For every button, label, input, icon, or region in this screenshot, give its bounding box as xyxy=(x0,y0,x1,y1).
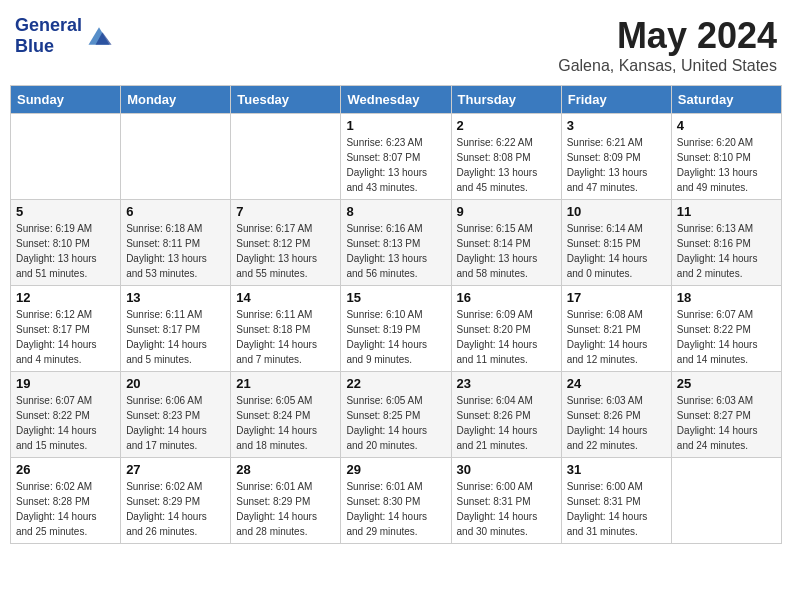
day-info: Sunrise: 6:20 AMSunset: 8:10 PMDaylight:… xyxy=(677,135,776,195)
calendar-cell: 20Sunrise: 6:06 AMSunset: 8:23 PMDayligh… xyxy=(121,372,231,458)
day-number: 4 xyxy=(677,118,776,133)
calendar-week-row: 5Sunrise: 6:19 AMSunset: 8:10 PMDaylight… xyxy=(11,200,782,286)
calendar-cell: 31Sunrise: 6:00 AMSunset: 8:31 PMDayligh… xyxy=(561,458,671,544)
day-info: Sunrise: 6:01 AMSunset: 8:30 PMDaylight:… xyxy=(346,479,445,539)
weekday-header-cell: Thursday xyxy=(451,86,561,114)
day-number: 21 xyxy=(236,376,335,391)
calendar-cell: 1Sunrise: 6:23 AMSunset: 8:07 PMDaylight… xyxy=(341,114,451,200)
day-number: 3 xyxy=(567,118,666,133)
calendar-cell: 5Sunrise: 6:19 AMSunset: 8:10 PMDaylight… xyxy=(11,200,121,286)
calendar-cell: 27Sunrise: 6:02 AMSunset: 8:29 PMDayligh… xyxy=(121,458,231,544)
weekday-header-row: SundayMondayTuesdayWednesdayThursdayFrid… xyxy=(11,86,782,114)
day-number: 1 xyxy=(346,118,445,133)
calendar-cell: 12Sunrise: 6:12 AMSunset: 8:17 PMDayligh… xyxy=(11,286,121,372)
day-info: Sunrise: 6:11 AMSunset: 8:17 PMDaylight:… xyxy=(126,307,225,367)
day-number: 28 xyxy=(236,462,335,477)
calendar-body: 1Sunrise: 6:23 AMSunset: 8:07 PMDaylight… xyxy=(11,114,782,544)
calendar-cell: 23Sunrise: 6:04 AMSunset: 8:26 PMDayligh… xyxy=(451,372,561,458)
weekday-header-cell: Sunday xyxy=(11,86,121,114)
calendar-cell: 8Sunrise: 6:16 AMSunset: 8:13 PMDaylight… xyxy=(341,200,451,286)
day-info: Sunrise: 6:02 AMSunset: 8:29 PMDaylight:… xyxy=(126,479,225,539)
day-number: 6 xyxy=(126,204,225,219)
weekday-header-cell: Friday xyxy=(561,86,671,114)
day-number: 25 xyxy=(677,376,776,391)
calendar-week-row: 1Sunrise: 6:23 AMSunset: 8:07 PMDaylight… xyxy=(11,114,782,200)
day-number: 19 xyxy=(16,376,115,391)
day-info: Sunrise: 6:08 AMSunset: 8:21 PMDaylight:… xyxy=(567,307,666,367)
day-info: Sunrise: 6:06 AMSunset: 8:23 PMDaylight:… xyxy=(126,393,225,453)
day-number: 22 xyxy=(346,376,445,391)
calendar-cell xyxy=(121,114,231,200)
day-info: Sunrise: 6:05 AMSunset: 8:24 PMDaylight:… xyxy=(236,393,335,453)
calendar-cell xyxy=(11,114,121,200)
calendar-week-row: 19Sunrise: 6:07 AMSunset: 8:22 PMDayligh… xyxy=(11,372,782,458)
day-info: Sunrise: 6:07 AMSunset: 8:22 PMDaylight:… xyxy=(677,307,776,367)
calendar-week-row: 12Sunrise: 6:12 AMSunset: 8:17 PMDayligh… xyxy=(11,286,782,372)
day-number: 11 xyxy=(677,204,776,219)
day-info: Sunrise: 6:14 AMSunset: 8:15 PMDaylight:… xyxy=(567,221,666,281)
day-info: Sunrise: 6:03 AMSunset: 8:27 PMDaylight:… xyxy=(677,393,776,453)
weekday-header-cell: Wednesday xyxy=(341,86,451,114)
day-info: Sunrise: 6:00 AMSunset: 8:31 PMDaylight:… xyxy=(457,479,556,539)
day-info: Sunrise: 6:01 AMSunset: 8:29 PMDaylight:… xyxy=(236,479,335,539)
day-number: 18 xyxy=(677,290,776,305)
calendar-cell: 15Sunrise: 6:10 AMSunset: 8:19 PMDayligh… xyxy=(341,286,451,372)
day-number: 10 xyxy=(567,204,666,219)
calendar-cell: 22Sunrise: 6:05 AMSunset: 8:25 PMDayligh… xyxy=(341,372,451,458)
calendar-cell: 10Sunrise: 6:14 AMSunset: 8:15 PMDayligh… xyxy=(561,200,671,286)
day-info: Sunrise: 6:09 AMSunset: 8:20 PMDaylight:… xyxy=(457,307,556,367)
calendar-cell: 30Sunrise: 6:00 AMSunset: 8:31 PMDayligh… xyxy=(451,458,561,544)
day-number: 2 xyxy=(457,118,556,133)
calendar-cell: 3Sunrise: 6:21 AMSunset: 8:09 PMDaylight… xyxy=(561,114,671,200)
calendar-cell: 21Sunrise: 6:05 AMSunset: 8:24 PMDayligh… xyxy=(231,372,341,458)
day-number: 31 xyxy=(567,462,666,477)
calendar-cell: 29Sunrise: 6:01 AMSunset: 8:30 PMDayligh… xyxy=(341,458,451,544)
calendar-cell: 24Sunrise: 6:03 AMSunset: 8:26 PMDayligh… xyxy=(561,372,671,458)
weekday-header-cell: Monday xyxy=(121,86,231,114)
calendar-cell: 13Sunrise: 6:11 AMSunset: 8:17 PMDayligh… xyxy=(121,286,231,372)
day-info: Sunrise: 6:22 AMSunset: 8:08 PMDaylight:… xyxy=(457,135,556,195)
month-title: May 2024 xyxy=(558,15,777,57)
day-number: 8 xyxy=(346,204,445,219)
day-number: 14 xyxy=(236,290,335,305)
day-info: Sunrise: 6:12 AMSunset: 8:17 PMDaylight:… xyxy=(16,307,115,367)
day-number: 13 xyxy=(126,290,225,305)
day-info: Sunrise: 6:00 AMSunset: 8:31 PMDaylight:… xyxy=(567,479,666,539)
day-number: 27 xyxy=(126,462,225,477)
day-info: Sunrise: 6:03 AMSunset: 8:26 PMDaylight:… xyxy=(567,393,666,453)
calendar-cell: 4Sunrise: 6:20 AMSunset: 8:10 PMDaylight… xyxy=(671,114,781,200)
calendar-cell: 2Sunrise: 6:22 AMSunset: 8:08 PMDaylight… xyxy=(451,114,561,200)
calendar-cell: 14Sunrise: 6:11 AMSunset: 8:18 PMDayligh… xyxy=(231,286,341,372)
day-number: 24 xyxy=(567,376,666,391)
day-number: 9 xyxy=(457,204,556,219)
calendar-cell: 6Sunrise: 6:18 AMSunset: 8:11 PMDaylight… xyxy=(121,200,231,286)
calendar-cell xyxy=(231,114,341,200)
logo-line2: Blue xyxy=(15,36,54,56)
calendar-cell: 7Sunrise: 6:17 AMSunset: 8:12 PMDaylight… xyxy=(231,200,341,286)
header: General Blue May 2024 Galena, Kansas, Un… xyxy=(10,10,782,75)
logo-line1: General xyxy=(15,15,82,35)
title-block: May 2024 Galena, Kansas, United States xyxy=(558,15,777,75)
calendar-cell: 11Sunrise: 6:13 AMSunset: 8:16 PMDayligh… xyxy=(671,200,781,286)
day-info: Sunrise: 6:07 AMSunset: 8:22 PMDaylight:… xyxy=(16,393,115,453)
day-info: Sunrise: 6:16 AMSunset: 8:13 PMDaylight:… xyxy=(346,221,445,281)
calendar-week-row: 26Sunrise: 6:02 AMSunset: 8:28 PMDayligh… xyxy=(11,458,782,544)
day-number: 12 xyxy=(16,290,115,305)
day-info: Sunrise: 6:10 AMSunset: 8:19 PMDaylight:… xyxy=(346,307,445,367)
calendar-cell: 19Sunrise: 6:07 AMSunset: 8:22 PMDayligh… xyxy=(11,372,121,458)
calendar-cell: 18Sunrise: 6:07 AMSunset: 8:22 PMDayligh… xyxy=(671,286,781,372)
calendar-cell: 26Sunrise: 6:02 AMSunset: 8:28 PMDayligh… xyxy=(11,458,121,544)
day-number: 26 xyxy=(16,462,115,477)
day-number: 7 xyxy=(236,204,335,219)
day-info: Sunrise: 6:05 AMSunset: 8:25 PMDaylight:… xyxy=(346,393,445,453)
day-number: 5 xyxy=(16,204,115,219)
calendar-cell: 9Sunrise: 6:15 AMSunset: 8:14 PMDaylight… xyxy=(451,200,561,286)
day-number: 15 xyxy=(346,290,445,305)
logo-icon xyxy=(85,22,113,50)
day-info: Sunrise: 6:15 AMSunset: 8:14 PMDaylight:… xyxy=(457,221,556,281)
calendar-cell: 28Sunrise: 6:01 AMSunset: 8:29 PMDayligh… xyxy=(231,458,341,544)
location-title: Galena, Kansas, United States xyxy=(558,57,777,75)
day-info: Sunrise: 6:17 AMSunset: 8:12 PMDaylight:… xyxy=(236,221,335,281)
day-info: Sunrise: 6:02 AMSunset: 8:28 PMDaylight:… xyxy=(16,479,115,539)
day-number: 23 xyxy=(457,376,556,391)
